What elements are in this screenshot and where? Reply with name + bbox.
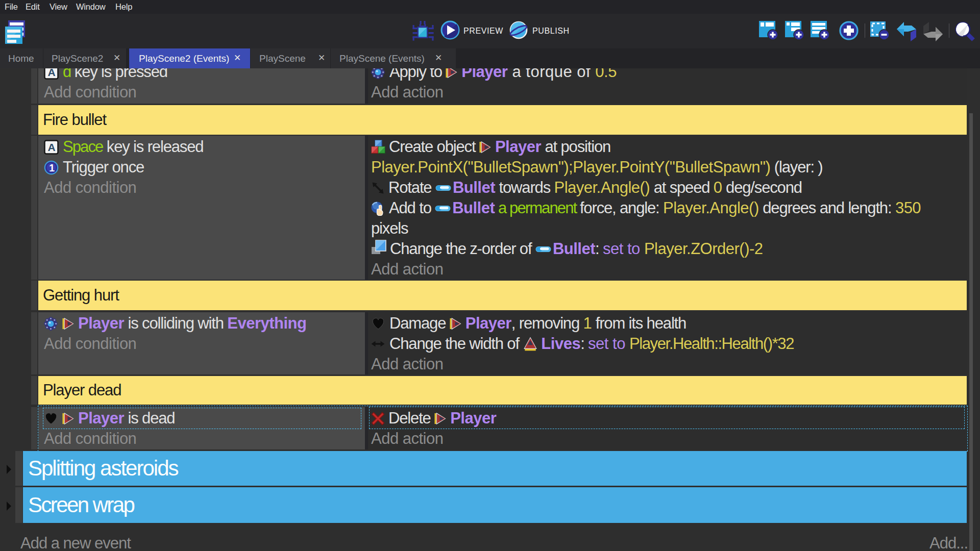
svg-text:A: A [47,141,55,153]
svg-text:1: 1 [49,162,55,173]
svg-text:A: A [47,68,55,78]
